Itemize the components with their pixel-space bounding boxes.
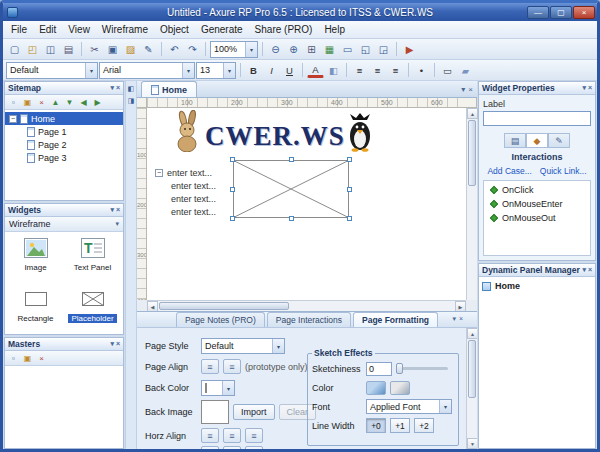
tab-home[interactable]: Home bbox=[141, 81, 197, 97]
resize-handle-ne[interactable] bbox=[347, 157, 352, 162]
resize-handle-e[interactable] bbox=[347, 187, 352, 192]
add-folder-icon[interactable]: ▣ bbox=[21, 352, 34, 365]
sketch-grayscale-button[interactable] bbox=[390, 381, 410, 395]
minimize-button[interactable]: — bbox=[527, 6, 549, 19]
page-align-left-button[interactable]: ≡ bbox=[201, 359, 219, 374]
move-down-icon[interactable]: ▼ bbox=[63, 96, 76, 109]
tree-widget[interactable]: − enter text... enter text... enter text… bbox=[155, 166, 216, 218]
guides-icon[interactable]: ▦ bbox=[321, 41, 338, 58]
bold-button[interactable]: B bbox=[245, 62, 262, 79]
placeholder-widget-selected[interactable] bbox=[233, 160, 349, 218]
italic-button[interactable]: I bbox=[263, 62, 280, 79]
bullet-list-button[interactable]: • bbox=[413, 62, 430, 79]
menu-share[interactable]: Share (PRO) bbox=[249, 22, 319, 37]
line-color-button[interactable]: ▰ bbox=[457, 62, 474, 79]
collapse-panel-icon[interactable]: ▾ bbox=[452, 315, 456, 323]
close-panel-icon[interactable]: × bbox=[588, 84, 592, 92]
indent-page-icon[interactable]: ▶ bbox=[91, 96, 104, 109]
widget-placeholder[interactable]: Placeholder bbox=[64, 285, 121, 335]
horizontal-scrollbar[interactable]: ◀ ▶ bbox=[147, 300, 466, 311]
close-panel-icon[interactable]: × bbox=[116, 84, 120, 92]
align-center-button[interactable]: ≡ bbox=[369, 62, 386, 79]
chevron-down-icon[interactable]: ▾ bbox=[245, 42, 257, 57]
maximize-button[interactable]: ▢ bbox=[550, 6, 572, 19]
sitemap-item-page3[interactable]: Page 3 bbox=[5, 151, 123, 164]
back-color-picker[interactable]: ▾ bbox=[201, 380, 235, 396]
copy-icon[interactable]: ▣ bbox=[104, 41, 121, 58]
chevron-down-icon[interactable]: ▾ bbox=[115, 220, 119, 228]
close-panel-icon[interactable]: × bbox=[588, 266, 592, 274]
delete-page-icon[interactable]: × bbox=[35, 96, 48, 109]
vertical-scrollbar[interactable]: ▲ bbox=[466, 108, 477, 300]
masters-list[interactable] bbox=[5, 366, 123, 448]
tab-page-interactions[interactable]: Page Interactions bbox=[267, 312, 351, 327]
tab-list-icon[interactable]: ▾ bbox=[461, 85, 465, 94]
group-icon[interactable]: ▭ bbox=[339, 41, 356, 58]
collapse-node-icon[interactable]: − bbox=[155, 169, 163, 177]
widget-text-panel[interactable]: T Text Panel bbox=[64, 234, 121, 285]
horz-align-left-button[interactable]: ≡ bbox=[201, 428, 219, 443]
collapse-panel-icon[interactable]: ▾ bbox=[110, 340, 114, 348]
redo-icon[interactable]: ↷ bbox=[184, 41, 201, 58]
zoom-select[interactable]: 100% ▾ bbox=[210, 41, 258, 58]
menu-file[interactable]: File bbox=[5, 22, 33, 37]
add-master-icon[interactable]: ▫ bbox=[7, 352, 20, 365]
underline-button[interactable]: U bbox=[281, 62, 298, 79]
dynamic-panel-item-home[interactable]: Home bbox=[482, 281, 592, 291]
sketchiness-value[interactable]: 0 bbox=[366, 362, 392, 376]
event-onmouseout[interactable]: OnMouseOut bbox=[484, 211, 590, 225]
sketch-font-select[interactable]: Applied Font ▾ bbox=[366, 399, 452, 414]
style-select[interactable]: Default ▾ bbox=[6, 62, 98, 79]
send-to-back-icon[interactable]: ◲ bbox=[375, 41, 392, 58]
close-tab-icon[interactable]: × bbox=[468, 85, 473, 94]
outdent-page-icon[interactable]: ◀ bbox=[77, 96, 90, 109]
undo-icon[interactable]: ↶ bbox=[166, 41, 183, 58]
new-icon[interactable]: ▢ bbox=[6, 41, 23, 58]
resize-handle-s[interactable] bbox=[289, 216, 294, 221]
panel-toggle-icon[interactable]: ◨ bbox=[126, 96, 136, 106]
line-width-2-button[interactable]: +2 bbox=[414, 418, 434, 433]
sketch-color-button[interactable] bbox=[366, 381, 386, 395]
close-panel-icon[interactable]: × bbox=[116, 206, 120, 214]
logo-image-widget[interactable]: CWER.WS bbox=[173, 110, 373, 156]
resize-handle-w[interactable] bbox=[230, 187, 235, 192]
font-select[interactable]: Arial ▾ bbox=[99, 62, 195, 79]
scroll-up-icon[interactable]: ▲ bbox=[467, 328, 477, 339]
widget-label-input[interactable] bbox=[483, 111, 591, 126]
bring-to-front-icon[interactable]: ◱ bbox=[357, 41, 374, 58]
menu-edit[interactable]: Edit bbox=[33, 22, 62, 37]
save-icon[interactable]: ◫ bbox=[42, 41, 59, 58]
collapse-panel-icon[interactable]: ▾ bbox=[582, 266, 586, 274]
scrollbar-thumb[interactable] bbox=[468, 340, 476, 398]
widget-category-select[interactable]: Wireframe ▾ bbox=[5, 217, 123, 232]
paste-icon[interactable]: ▨ bbox=[122, 41, 139, 58]
vert-align-top-button[interactable]: ≡ bbox=[201, 446, 219, 449]
panel-scrollbar[interactable]: ▲ ▼ bbox=[466, 328, 477, 449]
vert-align-bottom-button[interactable]: ≡ bbox=[245, 446, 263, 449]
menu-generate[interactable]: Generate bbox=[195, 22, 249, 37]
format-painter-icon[interactable]: ✎ bbox=[140, 41, 157, 58]
resize-handle-n[interactable] bbox=[289, 157, 294, 162]
add-child-page-icon[interactable]: ▣ bbox=[21, 96, 34, 109]
fill-color-button[interactable]: ◧ bbox=[325, 62, 342, 79]
vert-align-middle-button[interactable]: ≡ bbox=[223, 446, 241, 449]
style-tab-icon[interactable]: ✎ bbox=[548, 133, 570, 148]
page-style-select[interactable]: Default ▾ bbox=[201, 338, 285, 354]
sitemap-item-home[interactable]: − Home bbox=[5, 112, 123, 125]
chevron-down-icon[interactable]: ▾ bbox=[439, 400, 451, 413]
collapse-node-icon[interactable]: − bbox=[9, 115, 17, 123]
resize-handle-sw[interactable] bbox=[230, 216, 235, 221]
grid-icon[interactable]: ⊞ bbox=[303, 41, 320, 58]
interactions-tab-icon[interactable]: ◆ bbox=[526, 133, 548, 148]
tab-page-notes[interactable]: Page Notes (PRO) bbox=[176, 312, 265, 327]
annotations-tab-icon[interactable]: ▤ bbox=[504, 133, 526, 148]
event-onclick[interactable]: OnClick bbox=[484, 183, 590, 197]
font-color-button[interactable]: A bbox=[307, 62, 324, 78]
wireframe-canvas[interactable]: CWER.WS bbox=[147, 108, 466, 300]
align-right-button[interactable]: ≡ bbox=[387, 62, 404, 79]
scrollbar-thumb[interactable] bbox=[159, 302, 289, 310]
slider-thumb[interactable] bbox=[396, 363, 403, 374]
close-button[interactable]: × bbox=[573, 6, 595, 19]
print-icon[interactable]: ▤ bbox=[60, 41, 77, 58]
horz-align-center-button[interactable]: ≡ bbox=[223, 428, 241, 443]
